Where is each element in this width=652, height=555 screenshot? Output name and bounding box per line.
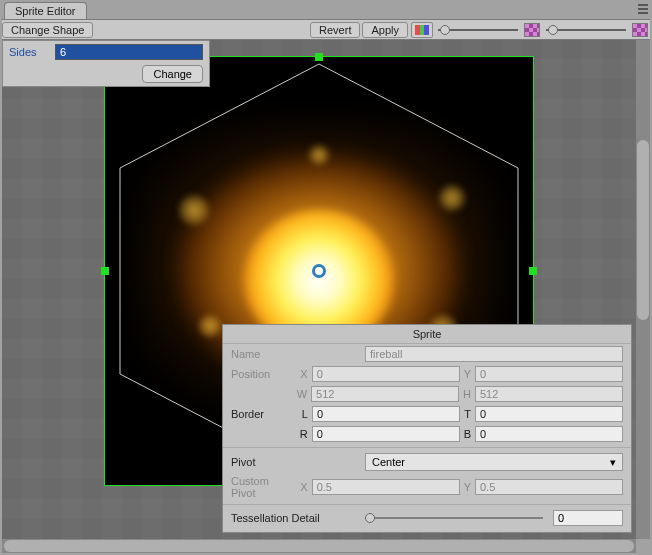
border-b-field[interactable] xyxy=(475,426,623,442)
custom-pivot-label: Custom Pivot xyxy=(231,475,296,499)
sprite-inspector: Sprite Name Position X Y W H Border L T xyxy=(222,324,632,533)
border-t-field[interactable] xyxy=(475,406,623,422)
sides-label: Sides xyxy=(9,46,55,58)
position-label: Position xyxy=(231,368,296,380)
b-label: B xyxy=(464,428,471,440)
checker-swatch-icon xyxy=(524,23,540,37)
dropdown-icon: ▾ xyxy=(610,456,616,469)
name-field[interactable] xyxy=(365,346,623,362)
border-r-field[interactable] xyxy=(312,426,460,442)
tab-sprite-editor[interactable]: Sprite Editor xyxy=(4,2,87,19)
height-field[interactable] xyxy=(475,386,623,402)
rgb-preview-button[interactable] xyxy=(411,22,433,38)
inspector-title: Sprite xyxy=(223,325,631,344)
x-label: X xyxy=(300,368,307,380)
vertical-scrollbar[interactable] xyxy=(636,40,650,539)
alpha-slider[interactable] xyxy=(438,23,518,37)
name-label: Name xyxy=(231,348,361,360)
svg-rect-0 xyxy=(638,4,648,6)
tessellation-slider[interactable] xyxy=(365,511,543,525)
cp-y-label: Y xyxy=(464,481,471,493)
apply-button[interactable]: Apply xyxy=(362,22,408,38)
border-label: Border xyxy=(231,408,297,420)
change-button[interactable]: Change xyxy=(142,65,203,83)
tessellation-field[interactable] xyxy=(553,510,623,526)
window-menu-icon[interactable] xyxy=(636,2,650,16)
tessellation-label: Tessellation Detail xyxy=(231,512,361,524)
svg-rect-1 xyxy=(638,8,648,10)
r-label: R xyxy=(300,428,308,440)
toolbar: Change Shape Revert Apply xyxy=(2,20,650,40)
position-x-field[interactable] xyxy=(312,366,460,382)
border-l-field[interactable] xyxy=(312,406,460,422)
checker-swatch2-icon xyxy=(632,23,648,37)
cp-x-label: X xyxy=(300,481,307,493)
pivot-label: Pivot xyxy=(231,456,361,468)
pivot-select[interactable]: Center ▾ xyxy=(365,453,623,471)
change-shape-button[interactable]: Change Shape xyxy=(2,22,93,38)
custom-pivot-x-field[interactable] xyxy=(312,479,460,495)
revert-button[interactable]: Revert xyxy=(310,22,360,38)
custom-pivot-y-field[interactable] xyxy=(475,479,623,495)
sides-input[interactable] xyxy=(55,44,203,60)
width-field[interactable] xyxy=(311,386,459,402)
rgb-icon xyxy=(415,25,429,35)
tab-row: Sprite Editor xyxy=(2,2,650,20)
w-label: W xyxy=(297,388,307,400)
h-label: H xyxy=(463,388,471,400)
pivot-select-value: Center xyxy=(372,456,405,468)
horizontal-scrollbar[interactable] xyxy=(2,539,636,553)
sides-panel: Sides Change xyxy=(2,40,210,87)
zoom-slider[interactable] xyxy=(546,23,626,37)
t-label: T xyxy=(464,408,471,420)
position-y-field[interactable] xyxy=(475,366,623,382)
l-label: L xyxy=(301,408,308,420)
y-label: Y xyxy=(464,368,471,380)
svg-rect-2 xyxy=(638,12,648,14)
